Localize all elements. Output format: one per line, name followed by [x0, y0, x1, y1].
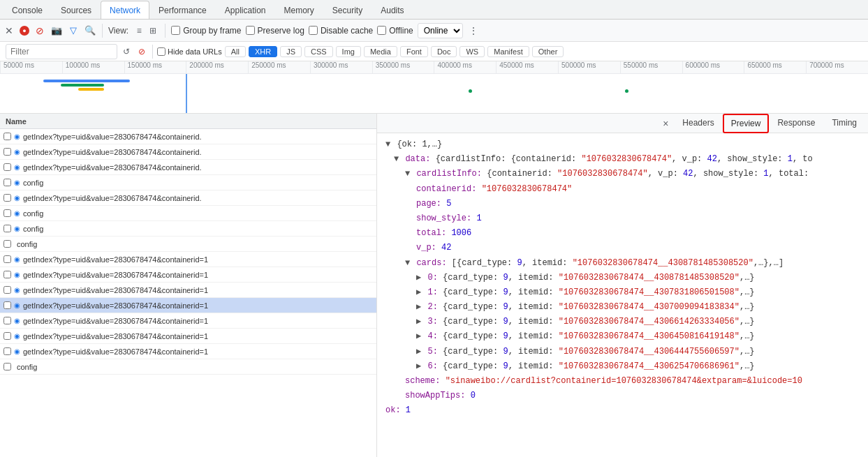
tab-performance[interactable]: Performance — [149, 1, 216, 19]
tick-14: 700000 ms — [806, 61, 868, 73]
tab-security[interactable]: Security — [323, 1, 372, 19]
filter-css[interactable]: CSS — [304, 46, 333, 57]
camera-icon[interactable]: 📷 — [50, 24, 63, 37]
row-checkbox[interactable] — [0, 363, 14, 370]
detail-panel: × Headers Preview Response Timing ▼ {ok:… — [377, 114, 868, 457]
row-checkbox[interactable] — [0, 286, 14, 294]
disable-cache-checkbox[interactable]: Disable cache — [309, 26, 373, 36]
list-item[interactable]: ◉ getIndex?type=uid&value=2830678474&con… — [0, 283, 376, 298]
preserve-log-label: Preserve log — [258, 26, 304, 36]
row-checkbox[interactable] — [0, 163, 14, 171]
filter-img[interactable]: Img — [336, 46, 361, 57]
row-checkbox[interactable] — [0, 148, 14, 156]
row-checkbox[interactable] — [0, 133, 14, 140]
toolbar-separator-1 — [102, 24, 103, 38]
record-icon[interactable]: ● — [20, 26, 29, 36]
group-by-frame-label: Group by frame — [183, 26, 241, 36]
card-item-3[interactable]: ▶ 3: {card_type: 9, itemid: "10760328306… — [377, 315, 868, 329]
group-by-frame-checkbox[interactable]: Group by frame — [171, 26, 241, 36]
card-item-4[interactable]: ▶ 4: {card_type: 9, itemid: "10760328306… — [377, 329, 868, 344]
tick-3: 150000 ms — [124, 61, 186, 73]
tab-headers[interactable]: Headers — [674, 114, 722, 133]
filter-media[interactable]: Media — [364, 46, 397, 57]
list-item[interactable]: ◉ config — [0, 175, 376, 190]
tab-audits[interactable]: Audits — [372, 1, 413, 19]
filter-all[interactable]: All — [225, 46, 246, 57]
cards-line[interactable]: ▼ cards: [{card_type: 9, itemid: "107603… — [377, 256, 868, 271]
list-item[interactable]: ◉ getIndex?type=uid&value=2830678474&con… — [0, 160, 376, 175]
tab-preview[interactable]: Preview — [723, 114, 770, 133]
tick-1: 50000 ms — [0, 61, 62, 73]
filter-js[interactable]: JS — [280, 46, 302, 57]
list-item[interactable]: config — [0, 359, 376, 375]
row-checkbox[interactable] — [0, 332, 14, 340]
tab-memory[interactable]: Memory — [275, 1, 323, 19]
filter-doc[interactable]: Doc — [431, 46, 457, 57]
filter-ws[interactable]: WS — [459, 46, 485, 57]
list-item[interactable]: ◉ config — [0, 221, 376, 237]
tick-4: 200000 ms — [186, 61, 248, 73]
tick-9: 450000 ms — [496, 61, 558, 73]
card-item-1[interactable]: ▶ 1: {card_type: 9, itemid: "10760328306… — [377, 285, 868, 300]
tab-application[interactable]: Application — [216, 1, 275, 19]
row-checkbox[interactable] — [0, 209, 14, 217]
filter-xhr[interactable]: XHR — [249, 46, 277, 57]
cardlistinfo-line[interactable]: ▼ cardlistInfo: {containerid: "107603283… — [377, 167, 868, 181]
total-line: total: 1006 — [377, 226, 868, 241]
tab-sources[interactable]: Sources — [52, 1, 101, 19]
close-detail-button[interactable]: × — [663, 118, 668, 129]
tab-console[interactable]: Console — [3, 1, 52, 19]
list-item[interactable]: ◉ getIndex?type=uid&value=2830678474&con… — [0, 267, 376, 283]
filter-separator — [152, 45, 153, 59]
row-checkbox[interactable] — [0, 317, 14, 324]
list-item-selected[interactable]: ◉ getIndex?type=uid&value=2830678474&con… — [0, 298, 376, 313]
network-toolbar: ✕ ● ⊘ 📷 ▽ 🔍 View: ≡ ⊞ Group by frame Pre… — [0, 20, 868, 42]
list-item[interactable]: ◉ getIndex?type=uid&value=2830678474&con… — [0, 144, 376, 160]
tab-network[interactable]: Network — [101, 1, 149, 19]
filter-icon[interactable]: ▽ — [67, 24, 80, 37]
close-icon[interactable]: ✕ — [3, 24, 15, 37]
list-view-icon[interactable]: ≡ — [133, 24, 145, 37]
row-checkbox[interactable] — [0, 194, 14, 202]
row-checkbox[interactable] — [0, 301, 14, 309]
row-checkbox[interactable] — [0, 347, 14, 355]
row-checkbox[interactable] — [0, 271, 14, 278]
filter-other[interactable]: Other — [532, 46, 564, 57]
throttle-select[interactable]: Online — [418, 23, 463, 38]
row-checkbox[interactable] — [0, 225, 14, 232]
list-item[interactable]: ◉ getIndex?type=uid&value=2830678474&con… — [0, 329, 376, 344]
list-item[interactable]: ◉ getIndex?type=uid&value=2830678474&con… — [0, 252, 376, 267]
root-line[interactable]: ▼ {ok: 1,…} — [377, 137, 868, 152]
tab-response[interactable]: Response — [769, 114, 823, 133]
tab-timing[interactable]: Timing — [823, 114, 865, 133]
filter-manifest[interactable]: Manifest — [487, 46, 529, 57]
offline-checkbox[interactable]: Offline — [377, 26, 413, 36]
preserve-log-checkbox[interactable]: Preserve log — [246, 26, 304, 36]
search-icon[interactable]: 🔍 — [84, 24, 96, 37]
list-item[interactable]: config — [0, 237, 376, 252]
hide-data-urls-checkbox[interactable]: Hide data URLs — [157, 47, 222, 56]
card-item-0[interactable]: ▶ 0: {card_type: 9, itemid: "10760328306… — [377, 271, 868, 285]
timeline-content[interactable] — [0, 74, 868, 114]
list-item[interactable]: ◉ getIndex?type=uid&value=2830678474&con… — [0, 313, 376, 329]
data-line[interactable]: ▼ data: {cardlistInfo: {containerid: "10… — [377, 152, 868, 167]
card-item-2[interactable]: ▶ 2: {card_type: 9, itemid: "10760328306… — [377, 300, 868, 315]
row-checkbox[interactable] — [0, 255, 14, 263]
tick-8: 400000 ms — [434, 61, 496, 73]
block-icon[interactable]: ⊘ — [34, 24, 46, 37]
row-checkbox[interactable] — [0, 179, 14, 186]
list-item[interactable]: ◉ getIndex?type=uid&value=2830678474&con… — [0, 129, 376, 144]
list-item[interactable]: ◉ getIndex?type=uid&value=2830678474&con… — [0, 190, 376, 206]
card-item-6[interactable]: ▶ 6: {card_type: 9, itemid: "10760328306… — [377, 359, 868, 374]
row-checkbox[interactable] — [0, 240, 14, 248]
clear-icon[interactable]: ⊘ — [135, 45, 148, 58]
list-item[interactable]: ◉ config — [0, 206, 376, 221]
filter-input[interactable] — [6, 44, 117, 59]
tick-12: 600000 ms — [682, 61, 744, 73]
more-options-icon[interactable]: ⋮ — [467, 24, 480, 37]
refresh-icon[interactable]: ↺ — [120, 45, 133, 58]
card-item-5[interactable]: ▶ 5: {card_type: 9, itemid: "10760328306… — [377, 345, 868, 359]
filter-font[interactable]: Font — [400, 46, 428, 57]
grid-view-icon[interactable]: ⊞ — [147, 24, 159, 37]
list-item[interactable]: ◉ getIndex?type=uid&value=2830678474&con… — [0, 344, 376, 359]
